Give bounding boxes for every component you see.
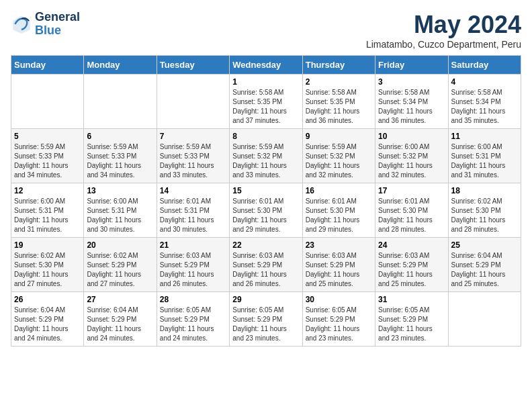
day-number: 15 [232,186,299,195]
day-info: Sunrise: 5:58 AM Sunset: 5:34 PM Dayligh… [378,88,445,126]
day-number: 14 [160,186,226,195]
day-number: 1 [232,77,299,87]
day-info: Sunrise: 6:04 AM Sunset: 5:29 PM Dayligh… [451,251,518,289]
day-info: Sunrise: 6:01 AM Sunset: 5:30 PM Dayligh… [378,197,445,234]
day-number: 24 [378,240,445,250]
calendar-week-row: 19Sunrise: 6:02 AM Sunset: 5:30 PM Dayli… [11,238,521,292]
title-block: May 2024 Limatambo, Cuzco Department, Pe… [366,11,521,50]
day-info: Sunrise: 5:59 AM Sunset: 5:33 PM Dayligh… [14,142,81,180]
day-number: 30 [306,295,372,304]
day-info: Sunrise: 6:03 AM Sunset: 5:29 PM Dayligh… [378,251,445,289]
calendar-cell: 14Sunrise: 6:01 AM Sunset: 5:31 PM Dayli… [157,183,229,238]
day-number: 20 [87,240,153,250]
day-number: 6 [87,132,153,141]
day-info: Sunrise: 5:59 AM Sunset: 5:32 PM Dayligh… [306,142,372,180]
weekday-label: Friday [375,56,448,75]
day-info: Sunrise: 5:58 AM Sunset: 5:35 PM Dayligh… [306,88,372,126]
calendar-cell: 20Sunrise: 6:02 AM Sunset: 5:29 PM Dayli… [84,238,157,292]
day-number: 13 [87,186,153,195]
day-info: Sunrise: 6:01 AM Sunset: 5:30 PM Dayligh… [306,197,372,234]
day-info: Sunrise: 6:05 AM Sunset: 5:29 PM Dayligh… [378,306,445,343]
day-info: Sunrise: 5:59 AM Sunset: 5:33 PM Dayligh… [160,142,226,180]
day-info: Sunrise: 6:00 AM Sunset: 5:31 PM Dayligh… [14,197,81,234]
day-info: Sunrise: 6:00 AM Sunset: 5:31 PM Dayligh… [451,142,518,180]
day-info: Sunrise: 6:00 AM Sunset: 5:31 PM Dayligh… [87,197,153,234]
day-info: Sunrise: 6:01 AM Sunset: 5:30 PM Dayligh… [232,197,299,234]
calendar-cell: 18Sunrise: 6:02 AM Sunset: 5:30 PM Dayli… [448,183,521,238]
day-info: Sunrise: 5:58 AM Sunset: 5:34 PM Dayligh… [451,88,518,126]
calendar-cell: 12Sunrise: 6:00 AM Sunset: 5:31 PM Dayli… [11,183,84,238]
logo-icon [11,13,32,35]
calendar-cell: 25Sunrise: 6:04 AM Sunset: 5:29 PM Dayli… [448,238,521,292]
calendar-cell: 26Sunrise: 6:04 AM Sunset: 5:29 PM Dayli… [11,292,84,347]
day-number: 25 [451,240,518,250]
calendar-cell: 4Sunrise: 5:58 AM Sunset: 5:34 PM Daylig… [448,75,521,129]
calendar-cell: 22Sunrise: 6:03 AM Sunset: 5:29 PM Dayli… [230,238,302,292]
calendar-cell: 7Sunrise: 5:59 AM Sunset: 5:33 PM Daylig… [157,129,229,183]
day-number: 12 [14,186,81,195]
calendar-cell: 3Sunrise: 5:58 AM Sunset: 5:34 PM Daylig… [375,75,448,129]
calendar-cell: 27Sunrise: 6:04 AM Sunset: 5:29 PM Dayli… [84,292,157,347]
month-title: May 2024 [366,11,521,39]
logo-text: General Blue [35,11,80,38]
day-number: 9 [306,132,372,141]
day-info: Sunrise: 6:05 AM Sunset: 5:29 PM Dayligh… [232,306,299,343]
day-number: 23 [306,240,372,250]
calendar-week-row: 12Sunrise: 6:00 AM Sunset: 5:31 PM Dayli… [11,183,521,238]
day-number: 11 [451,132,518,141]
calendar-cell [157,75,229,129]
day-number: 29 [232,295,299,304]
day-number: 18 [451,186,518,195]
day-info: Sunrise: 6:05 AM Sunset: 5:29 PM Dayligh… [160,306,226,343]
calendar-cell: 1Sunrise: 5:58 AM Sunset: 5:35 PM Daylig… [230,75,302,129]
day-number: 31 [378,295,445,304]
calendar-cell: 17Sunrise: 6:01 AM Sunset: 5:30 PM Dayli… [375,183,448,238]
weekday-label: Monday [84,56,157,75]
calendar-cell [11,75,84,129]
day-number: 8 [232,132,299,141]
day-info: Sunrise: 6:05 AM Sunset: 5:29 PM Dayligh… [306,306,372,343]
day-info: Sunrise: 6:03 AM Sunset: 5:29 PM Dayligh… [232,251,299,289]
day-info: Sunrise: 5:58 AM Sunset: 5:35 PM Dayligh… [232,88,299,126]
calendar-cell: 23Sunrise: 6:03 AM Sunset: 5:29 PM Dayli… [302,238,375,292]
day-number: 5 [14,132,81,141]
day-info: Sunrise: 5:59 AM Sunset: 5:33 PM Dayligh… [87,142,153,180]
day-number: 26 [14,295,81,304]
calendar-cell: 13Sunrise: 6:00 AM Sunset: 5:31 PM Dayli… [84,183,157,238]
day-info: Sunrise: 5:59 AM Sunset: 5:32 PM Dayligh… [232,142,299,180]
day-info: Sunrise: 6:02 AM Sunset: 5:30 PM Dayligh… [451,197,518,234]
calendar-cell: 16Sunrise: 6:01 AM Sunset: 5:30 PM Dayli… [302,183,375,238]
weekday-label: Thursday [302,56,375,75]
calendar-cell: 10Sunrise: 6:00 AM Sunset: 5:32 PM Dayli… [375,129,448,183]
calendar-cell: 6Sunrise: 5:59 AM Sunset: 5:33 PM Daylig… [84,129,157,183]
day-info: Sunrise: 6:02 AM Sunset: 5:30 PM Dayligh… [14,251,81,289]
weekday-label: Tuesday [157,56,229,75]
day-number: 27 [87,295,153,304]
day-number: 21 [160,240,226,250]
day-info: Sunrise: 6:02 AM Sunset: 5:29 PM Dayligh… [87,251,153,289]
calendar-cell [448,292,521,347]
calendar-cell: 2Sunrise: 5:58 AM Sunset: 5:35 PM Daylig… [302,75,375,129]
calendar-cell: 31Sunrise: 6:05 AM Sunset: 5:29 PM Dayli… [375,292,448,347]
calendar-cell: 11Sunrise: 6:00 AM Sunset: 5:31 PM Dayli… [448,129,521,183]
calendar-week-row: 1Sunrise: 5:58 AM Sunset: 5:35 PM Daylig… [11,75,521,129]
location: Limatambo, Cuzco Department, Peru [366,39,521,50]
day-number: 10 [378,132,445,141]
day-number: 2 [306,77,372,87]
logo: General Blue [11,11,80,38]
day-info: Sunrise: 6:00 AM Sunset: 5:32 PM Dayligh… [378,142,445,180]
day-number: 3 [378,77,445,87]
weekday-label: Wednesday [230,56,302,75]
day-number: 16 [306,186,372,195]
calendar-table: SundayMondayTuesdayWednesdayThursdayFrid… [11,55,521,347]
calendar-body: 1Sunrise: 5:58 AM Sunset: 5:35 PM Daylig… [11,75,521,347]
calendar-cell [84,75,157,129]
calendar-cell: 30Sunrise: 6:05 AM Sunset: 5:29 PM Dayli… [302,292,375,347]
day-number: 19 [14,240,81,250]
weekday-label: Saturday [448,56,521,75]
day-info: Sunrise: 6:04 AM Sunset: 5:29 PM Dayligh… [87,306,153,343]
day-number: 7 [160,132,226,141]
day-number: 17 [378,186,445,195]
day-number: 28 [160,295,226,304]
day-info: Sunrise: 6:03 AM Sunset: 5:29 PM Dayligh… [160,251,226,289]
